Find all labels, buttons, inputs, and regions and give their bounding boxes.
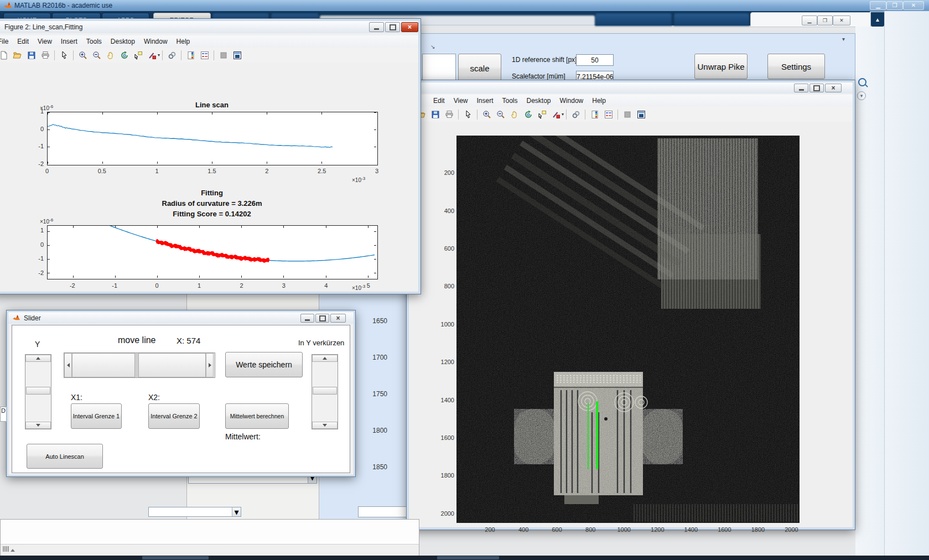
pointer-icon[interactable]: [59, 50, 69, 60]
compute-mean-button[interactable]: Mittelwert berechnen: [225, 403, 289, 429]
figure2-titlebar[interactable]: Figure 2: Line_scan,Fitting: [0, 21, 418, 33]
x-tick-label: 1.5: [207, 168, 216, 174]
menu-item-insert[interactable]: Insert: [56, 38, 82, 45]
toolbar-separator: [73, 50, 74, 60]
resize-grip[interactable]: [3, 546, 15, 552]
x-readout: X: 574: [177, 336, 200, 345]
menu-item-help[interactable]: Help: [172, 38, 195, 45]
settings-button[interactable]: Settings: [767, 54, 825, 79]
minimize-button[interactable]: [369, 22, 384, 32]
inactive-square-icon[interactable]: [218, 50, 229, 60]
pointer-icon[interactable]: [463, 110, 473, 120]
interferogram-image[interactable]: [456, 136, 800, 523]
interval-limit1-button[interactable]: Interval Grenze 1: [71, 403, 122, 429]
close-button[interactable]: ×: [330, 314, 346, 323]
menu-item-window[interactable]: Window: [556, 97, 588, 105]
figure2-window: Figure 2: Line_scan,Fitting × FileEditVi…: [0, 19, 421, 294]
close-button[interactable]: ×: [825, 84, 842, 92]
menu-item-tools[interactable]: Tools: [498, 97, 522, 105]
new-document-icon[interactable]: [0, 50, 9, 60]
pan-hand-icon[interactable]: [509, 110, 520, 120]
panel-chevron-icon[interactable]: ▾: [842, 36, 845, 42]
shorten-y-label: In Y verkürzen: [298, 339, 344, 347]
zoom-in-icon[interactable]: [77, 50, 88, 60]
minimize-button[interactable]: [794, 84, 808, 92]
save-values-button[interactable]: Werte speichern: [225, 352, 303, 377]
toolbar-separator: [477, 110, 478, 120]
menu-item-window[interactable]: Window: [139, 38, 172, 45]
image-x-tick-label: 1600: [718, 526, 731, 533]
legend-icon[interactable]: [199, 50, 210, 60]
minimize-button[interactable]: ▁: [870, 1, 886, 10]
ribbon-collapse-button[interactable]: ▲: [871, 12, 884, 27]
scale-button[interactable]: scale: [458, 54, 501, 83]
figure-image-titlebar[interactable]: ld: [409, 82, 853, 94]
zoom-in-icon[interactable]: [481, 110, 492, 120]
menu-item-tools[interactable]: Tools: [82, 38, 106, 45]
rotate-3d-icon[interactable]: [119, 50, 129, 60]
close-button[interactable]: ×: [401, 22, 418, 32]
doc-minimize-button[interactable]: ▁: [802, 15, 817, 25]
unwrap-pike-button[interactable]: Unwrap Pike: [694, 54, 748, 79]
menu-item-insert[interactable]: Insert: [472, 97, 497, 105]
zoom-out-icon[interactable]: [91, 50, 102, 60]
x-tick-label: 2: [265, 168, 268, 174]
restore-button[interactable]: [385, 22, 400, 32]
print-icon[interactable]: [40, 50, 50, 60]
doc-restore-button[interactable]: ❐: [817, 15, 833, 25]
menu-item-help[interactable]: Help: [588, 97, 610, 105]
zoom-out-icon[interactable]: [495, 110, 506, 120]
restore-button[interactable]: [809, 84, 824, 92]
menu-item-desktop[interactable]: Desktop: [522, 97, 556, 105]
clipped-panel-fragment: D: [0, 407, 7, 422]
search-icon[interactable]: [858, 78, 866, 86]
save-icon[interactable]: [26, 50, 37, 60]
menu-item-file[interactable]: File: [0, 38, 13, 45]
brush-icon[interactable]: [147, 50, 157, 60]
interval-limit2-button[interactable]: Interval Grenze 2: [148, 403, 200, 429]
rotate-3d-icon[interactable]: [523, 110, 533, 120]
x1-label: X1:: [71, 393, 82, 402]
data-cursor-icon[interactable]: [133, 50, 143, 60]
x-slider[interactable]: [64, 352, 215, 378]
docked-figure-icon[interactable]: [232, 50, 242, 60]
menu-item-view[interactable]: View: [449, 97, 473, 105]
link-plots-icon[interactable]: [570, 110, 581, 120]
inactive-square-icon[interactable]: [622, 110, 632, 120]
data-cursor-icon[interactable]: [537, 110, 547, 120]
doc-close-button[interactable]: ✕: [833, 15, 850, 25]
legend-icon[interactable]: [603, 110, 614, 120]
close-button[interactable]: ✕: [903, 1, 924, 10]
image-y-tick-label: 600: [433, 245, 454, 252]
print-icon[interactable]: [444, 110, 454, 120]
save-icon[interactable]: [430, 110, 440, 120]
toolbar-separator: [617, 110, 618, 120]
ref-shift-input[interactable]: [576, 54, 614, 66]
docked-figure-icon[interactable]: [636, 110, 646, 120]
y-slider-left[interactable]: [25, 354, 51, 429]
open-folder-icon[interactable]: [12, 50, 23, 60]
menu-item-view[interactable]: View: [33, 38, 56, 45]
pan-hand-icon[interactable]: [105, 50, 116, 60]
minimize-button[interactable]: [300, 314, 314, 323]
dropdown-caret-icon[interactable]: ▾: [158, 53, 160, 58]
background-combobox[interactable]: ▾: [148, 507, 241, 517]
menu-item-edit[interactable]: Edit: [13, 38, 33, 45]
restore-button[interactable]: [315, 314, 329, 323]
y-slider-right[interactable]: [312, 354, 338, 429]
dock-arrow-icon[interactable]: ↘: [430, 44, 435, 50]
restore-button[interactable]: ❐: [886, 1, 903, 10]
chevron-down-icon[interactable]: ▾: [857, 91, 866, 100]
colorbar-icon[interactable]: [185, 50, 196, 60]
colorbar-icon[interactable]: [589, 110, 600, 120]
menu-item-edit[interactable]: Edit: [429, 97, 449, 105]
menu-item-desktop[interactable]: Desktop: [106, 38, 139, 45]
brush-icon[interactable]: [551, 110, 561, 120]
dropdown-caret-icon[interactable]: ▾: [562, 112, 564, 117]
auto-linescan-button[interactable]: Auto Linescan: [27, 444, 103, 469]
image-y-tick-label: 200: [433, 169, 454, 176]
matlab-titlebar[interactable]: MATLAB R2016b - academic use ▁ ❐ ✕: [0, 0, 929, 12]
link-plots-icon[interactable]: [167, 50, 177, 60]
taskbar[interactable]: [0, 556, 929, 560]
x-tick-label: 2: [240, 282, 243, 289]
